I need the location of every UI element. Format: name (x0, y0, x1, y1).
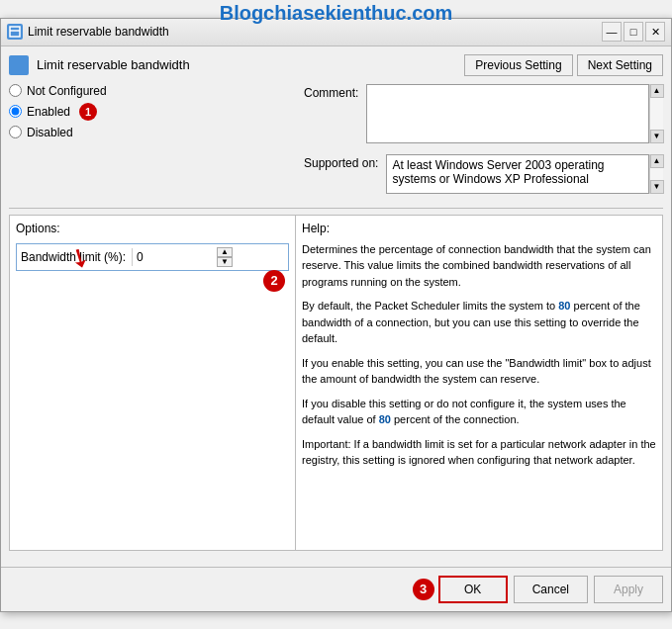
main-area: Not Configured Enabled 1 Disabled (9, 84, 663, 202)
badge-1: 1 (79, 103, 97, 121)
help-para-4: If you disable this setting or do not co… (302, 396, 656, 428)
supported-scrollbar[interactable]: ▲ ▼ (649, 154, 663, 194)
title-controls: — □ ✕ (602, 22, 665, 42)
previous-setting-button[interactable]: Previous Setting (464, 54, 572, 76)
spin-down-button[interactable]: ▼ (217, 257, 233, 267)
bandwidth-row: Bandwidth limit (%): ▲ ▼ (16, 243, 289, 271)
ok-button[interactable]: OK (438, 576, 508, 603)
options-panel: Options: ➘ Bandwidth limit (%): ▲ ▼ 2 (9, 215, 296, 551)
subtitle-icon (9, 55, 29, 75)
enabled-label: Enabled (27, 105, 70, 119)
subtitle-title: Limit reservable bandwidth (37, 57, 456, 72)
help-panel: Help: Determines the percentage of conne… (296, 215, 663, 551)
left-panel: Not Configured Enabled 1 Disabled (9, 84, 296, 202)
not-configured-option: Not Configured (9, 84, 296, 98)
footer: 3 OK Cancel Apply (1, 567, 671, 611)
scroll-up-arrow-2[interactable]: ▲ (650, 154, 664, 168)
help-para-3: If you enable this setting, you can use … (302, 355, 656, 388)
spinner: ▲ ▼ (217, 247, 233, 267)
help-para-2: By default, the Packet Scheduler limits … (302, 298, 656, 347)
nav-buttons: Previous Setting Next Setting (464, 54, 663, 76)
comment-label: Comment: (304, 84, 358, 146)
options-title: Options: (16, 222, 289, 235)
comment-textarea[interactable] (366, 84, 649, 143)
svg-rect-0 (10, 27, 20, 37)
window-icon (7, 24, 23, 40)
scroll-up-arrow[interactable]: ▲ (650, 84, 664, 98)
comment-scrollbar[interactable]: ▲ ▼ (649, 84, 663, 143)
supported-row: Supported on: At least Windows Server 20… (304, 154, 663, 194)
help-para-1: Determines the percentage of connection … (302, 241, 656, 291)
supported-value: At least Windows Server 2003 operating s… (386, 154, 649, 194)
window-content: Limit reservable bandwidth Previous Sett… (1, 46, 671, 559)
badge-3: 3 (413, 579, 434, 600)
badge-2: 2 (263, 270, 285, 292)
subtitle-bar: Limit reservable bandwidth Previous Sett… (9, 54, 663, 76)
enabled-radio[interactable] (9, 105, 22, 118)
window-title: Limit reservable bandwidth (28, 25, 169, 39)
supported-label: Supported on: (304, 154, 378, 194)
highlight-80-1: 80 (558, 300, 570, 312)
comment-row: Comment: ▲ ▼ (304, 84, 663, 146)
help-title: Help: (302, 222, 656, 235)
radio-group: Not Configured Enabled 1 Disabled (9, 84, 296, 139)
highlight-80-2: 80 (379, 413, 391, 425)
cancel-button[interactable]: Cancel (514, 576, 588, 603)
help-text: Determines the percentage of connection … (302, 241, 656, 469)
maximize-button[interactable]: □ (624, 22, 643, 42)
spin-up-button[interactable]: ▲ (217, 247, 233, 257)
bandwidth-input[interactable] (132, 248, 211, 266)
not-configured-radio[interactable] (9, 84, 22, 97)
not-configured-label: Not Configured (27, 84, 107, 98)
minimize-button[interactable]: — (602, 22, 622, 42)
enabled-option: Enabled 1 (9, 103, 296, 121)
title-bar: Limit reservable bandwidth Blogchiasekie… (1, 19, 671, 46)
scroll-down-arrow[interactable]: ▼ (650, 130, 664, 143)
scroll-track (650, 98, 663, 130)
disabled-radio[interactable] (9, 126, 22, 138)
close-button[interactable]: ✕ (645, 22, 665, 42)
disabled-option: Disabled (9, 126, 296, 139)
help-para-5: Important: If a bandwidth limit is set f… (302, 436, 656, 469)
scroll-track-2 (650, 168, 663, 180)
divider (9, 208, 663, 209)
disabled-label: Disabled (27, 126, 73, 139)
right-panel: Comment: ▲ ▼ Supported on: (304, 84, 663, 202)
two-col: Options: ➘ Bandwidth limit (%): ▲ ▼ 2 He… (9, 215, 663, 551)
watermark: Blogchiasekienthuc.com (220, 2, 453, 25)
title-bar-left: Limit reservable bandwidth (7, 24, 169, 40)
apply-button[interactable]: Apply (594, 576, 663, 603)
next-setting-button[interactable]: Next Setting (577, 54, 663, 76)
main-window: Limit reservable bandwidth Blogchiasekie… (0, 18, 672, 612)
scroll-down-arrow-2[interactable]: ▼ (650, 180, 664, 194)
